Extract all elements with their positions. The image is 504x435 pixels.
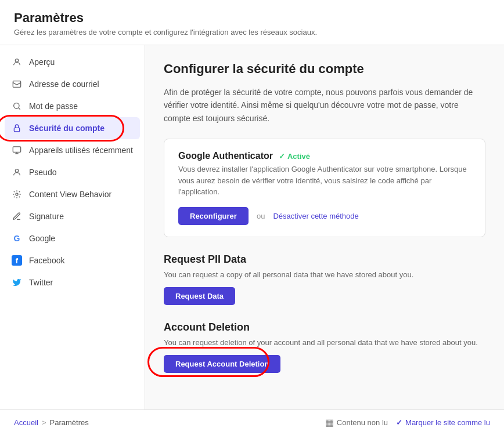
ga-card-title: Google Authenticator Activé: [178, 151, 471, 161]
user-icon: [12, 57, 22, 67]
sidebar-label: Pseudo: [29, 168, 56, 177]
unread-label: Contenu non lu: [337, 418, 388, 427]
page-title: Paramètres: [14, 10, 490, 26]
pseudo-icon: [12, 167, 22, 177]
sidebar-label: Adresse de courriel: [29, 79, 99, 89]
deletion-description: You can request deletion of your account…: [164, 338, 485, 347]
sidebar-item-google[interactable]: G Google: [0, 227, 145, 249]
ga-title-text: Google Authenticator: [178, 151, 273, 161]
deletion-section: Account Deletion You can request deletio…: [164, 319, 485, 373]
sidebar-label: Appareils utilisés récemment: [29, 146, 133, 155]
sidebar-item-signature[interactable]: Signature: [0, 205, 145, 227]
page-subtitle: Gérez les paramètres de votre compte et …: [14, 28, 490, 37]
sidebar-label: Content View Behavior: [29, 190, 111, 199]
mark-label: Marquer le site comme lu: [405, 418, 490, 427]
svg-rect-3: [14, 128, 19, 132]
content-area: Configurer la sécurité du compte Afin de…: [145, 45, 504, 409]
sidebar-label: Twitter: [29, 278, 53, 287]
check-icon: ✓: [396, 418, 402, 427]
signature-icon: [12, 211, 22, 222]
request-data-button[interactable]: Request Data: [164, 287, 235, 305]
unread-item: ▦ Contenu non lu: [325, 417, 388, 428]
footer: Accueil > Paramètres ▦ Contenu non lu ✓ …: [0, 409, 504, 435]
sidebar-item-twitter[interactable]: Twitter: [0, 271, 145, 293]
breadcrumb-home[interactable]: Accueil: [14, 418, 38, 427]
svg-point-5: [15, 169, 18, 172]
mark-read-item[interactable]: ✓ Marquer le site comme lu: [396, 418, 490, 427]
sidebar-item-apercu[interactable]: Aperçu: [0, 51, 145, 73]
ga-active-badge: Activé: [279, 152, 310, 161]
sidebar-item-contentview[interactable]: Content View Behavior: [0, 183, 145, 205]
sidebar-label: Mot de passe: [29, 102, 78, 111]
sidebar-item-securite[interactable]: Sécurité du compte: [5, 117, 140, 139]
settings-icon: [12, 189, 22, 200]
search-icon: [12, 101, 22, 111]
ga-description: Vous devrez installer l'application Goog…: [178, 164, 471, 198]
sidebar-label: Google: [29, 234, 55, 243]
svg-point-0: [15, 59, 18, 62]
lock-icon: [12, 123, 22, 133]
deletion-title: Account Deletion: [164, 319, 485, 334]
svg-point-6: [16, 193, 18, 195]
svg-rect-4: [13, 147, 20, 152]
footer-actions: ▦ Contenu non lu ✓ Marquer le site comme…: [325, 417, 490, 428]
or-text: ou: [257, 212, 265, 220]
pii-title: Request PII Data: [164, 251, 485, 266]
pii-description: You can request a copy of all personal d…: [164, 270, 485, 279]
delete-btn-wrapper: Request Account Deletion: [164, 355, 280, 373]
sidebar-item-motdepasse[interactable]: Mot de passe: [0, 95, 145, 117]
sidebar: Aperçu Adresse de courriel Mot de passe …: [0, 45, 145, 409]
breadcrumb-current: Paramètres: [50, 418, 89, 427]
sidebar-label: Sécurité du compte: [29, 124, 105, 133]
twitter-icon: [12, 277, 22, 288]
sidebar-label: Facebook: [29, 256, 64, 265]
sidebar-item-appareils[interactable]: Appareils utilisés récemment: [0, 139, 145, 161]
sidebar-item-courriel[interactable]: Adresse de courriel: [0, 73, 145, 95]
svg-rect-1: [13, 81, 20, 88]
breadcrumb: Accueil > Paramètres: [14, 418, 89, 427]
svg-point-2: [14, 103, 19, 108]
breadcrumb-separator: >: [42, 418, 46, 427]
pii-section: Request PII Data You can request a copy …: [164, 251, 485, 305]
request-deletion-button[interactable]: Request Account Deletion: [164, 355, 280, 373]
devices-icon: [12, 145, 22, 155]
email-icon: [12, 79, 22, 89]
google-authenticator-card: Google Authenticator Activé Vous devrez …: [164, 139, 485, 237]
intro-text: Afin de protéger la sécurité de votre co…: [164, 86, 485, 125]
google-icon: G: [12, 233, 22, 244]
sidebar-item-facebook[interactable]: f Facebook: [0, 249, 145, 271]
reconfigure-button[interactable]: Reconfigurer: [178, 207, 249, 225]
ga-actions: Reconfigurer ou Désactiver cette méthode: [178, 207, 471, 225]
facebook-icon: f: [12, 255, 22, 266]
unread-icon: ▦: [325, 417, 334, 428]
sidebar-label: Signature: [29, 212, 64, 221]
sidebar-item-pseudo[interactable]: Pseudo: [0, 161, 145, 183]
deactivate-button[interactable]: Désactiver cette méthode: [273, 212, 358, 220]
content-title: Configurer la sécurité du compte: [164, 61, 485, 77]
sidebar-label: Aperçu: [29, 57, 55, 67]
